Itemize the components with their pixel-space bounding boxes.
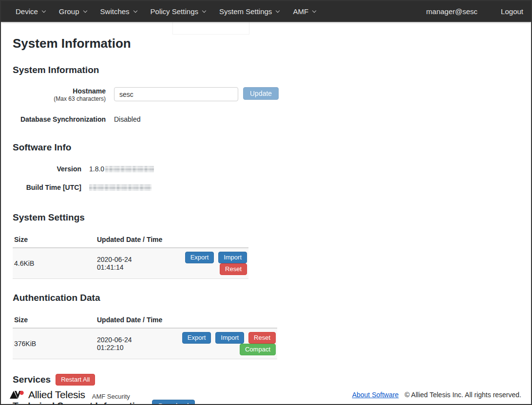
chevron-down-icon bbox=[42, 8, 46, 12]
about-software-link[interactable]: About Software bbox=[352, 391, 399, 399]
chevron-down-icon bbox=[133, 8, 137, 12]
brand-name: Allied Telesis bbox=[28, 389, 85, 401]
build-time-row: Build Time [UTC] bbox=[13, 184, 519, 192]
version-label: Version bbox=[13, 165, 81, 173]
nav-item-switches[interactable]: Switches bbox=[94, 7, 144, 16]
hostname-hint: (Max 63 characters) bbox=[13, 95, 106, 103]
table-row: 4.6KiB 2020-06-24 01:41:14 Export Import… bbox=[13, 248, 248, 279]
restart-all-button[interactable]: Restart All bbox=[56, 374, 95, 386]
nav-item-device[interactable]: Device bbox=[9, 7, 52, 16]
nav-item-label: Device bbox=[16, 7, 38, 16]
column-header-updated: Updated Date / Time bbox=[95, 233, 248, 248]
hostname-input[interactable] bbox=[114, 87, 238, 101]
authentication-data-updated: 2020-06-24 01:22:10 bbox=[95, 328, 155, 359]
copyright-text: © Allied Telesis Inc. All rights reserve… bbox=[404, 391, 521, 399]
section-heading-system-information: System Information bbox=[13, 65, 519, 75]
import-button[interactable]: Import bbox=[215, 332, 244, 344]
export-button[interactable]: Export bbox=[185, 252, 214, 263]
version-row: Version 1.8.0 bbox=[13, 165, 519, 173]
section-heading-authentication-data: Authentication Data bbox=[13, 293, 519, 303]
authentication-data-size: 376KiB bbox=[13, 328, 95, 359]
hostname-label: Hostname bbox=[13, 87, 106, 95]
allied-telesis-logo-icon bbox=[10, 389, 24, 401]
nav-item-label: Policy Settings bbox=[151, 7, 198, 16]
nav-item-label: Group bbox=[59, 7, 79, 16]
export-button[interactable]: Export bbox=[182, 332, 211, 344]
closing-dropdown-remnant bbox=[172, 22, 249, 35]
system-settings-table: Size Updated Date / Time 4.6KiB 2020-06-… bbox=[13, 233, 248, 279]
hostname-row: Hostname (Max 63 characters) Update bbox=[13, 87, 519, 103]
section-heading-system-settings: System Settings bbox=[13, 212, 519, 223]
column-header-updated: Updated Date / Time bbox=[95, 313, 277, 328]
section-heading-services: Services bbox=[13, 374, 51, 385]
column-header-size: Size bbox=[13, 233, 95, 248]
chevron-down-icon bbox=[312, 8, 316, 12]
build-time-redacted-blur bbox=[89, 184, 152, 191]
nav-item-label: Switches bbox=[100, 7, 130, 16]
compact-button[interactable]: Compact bbox=[240, 344, 276, 355]
chevron-down-icon bbox=[202, 8, 206, 12]
nav-item-label: AMF bbox=[293, 7, 308, 16]
build-time-label: Build Time [UTC] bbox=[13, 184, 81, 192]
main-content: System Information System Information Ho… bbox=[1, 36, 531, 405]
version-redacted-blur bbox=[105, 166, 154, 172]
import-button[interactable]: Import bbox=[218, 252, 247, 263]
version-value: 1.8.0 bbox=[89, 165, 104, 173]
reset-button[interactable]: Reset bbox=[248, 332, 276, 344]
nav-item-label: System Settings bbox=[219, 7, 272, 16]
product-name: AMF Security bbox=[92, 393, 130, 400]
authentication-data-table: Size Updated Date / Time 376KiB 2020-06-… bbox=[13, 313, 277, 359]
nav-item-amf[interactable]: AMF bbox=[286, 7, 323, 16]
update-button[interactable]: Update bbox=[243, 87, 279, 100]
nav-item-policy-settings[interactable]: Policy Settings bbox=[144, 7, 212, 16]
footer: Allied Telesis AMF Security About Softwa… bbox=[1, 389, 531, 404]
nav-item-group[interactable]: Group bbox=[52, 7, 94, 16]
section-heading-software-info: Software Info bbox=[13, 142, 519, 153]
column-header-size: Size bbox=[13, 313, 95, 328]
services-row: Services Restart All bbox=[13, 374, 519, 386]
database-synchronization-row: Database Synchronization Disabled bbox=[13, 115, 519, 124]
logged-in-user: manager@sesc bbox=[426, 7, 477, 16]
chevron-down-icon bbox=[83, 8, 87, 12]
system-settings-size: 4.6KiB bbox=[13, 248, 95, 279]
table-row: 376KiB 2020-06-24 01:22:10 Export Import… bbox=[13, 328, 277, 359]
nav-item-system-settings[interactable]: System Settings bbox=[212, 7, 286, 16]
page-title: System Information bbox=[13, 36, 519, 51]
system-settings-updated: 2020-06-24 01:41:14 bbox=[95, 248, 157, 279]
reset-button[interactable]: Reset bbox=[220, 263, 247, 275]
database-synchronization-value: Disabled bbox=[114, 115, 140, 124]
logout-button[interactable]: Logout bbox=[501, 7, 523, 16]
chevron-down-icon bbox=[276, 8, 280, 12]
database-synchronization-label: Database Synchronization bbox=[13, 115, 106, 124]
top-navbar: Device Group Switches Policy Settings Sy… bbox=[1, 1, 531, 22]
